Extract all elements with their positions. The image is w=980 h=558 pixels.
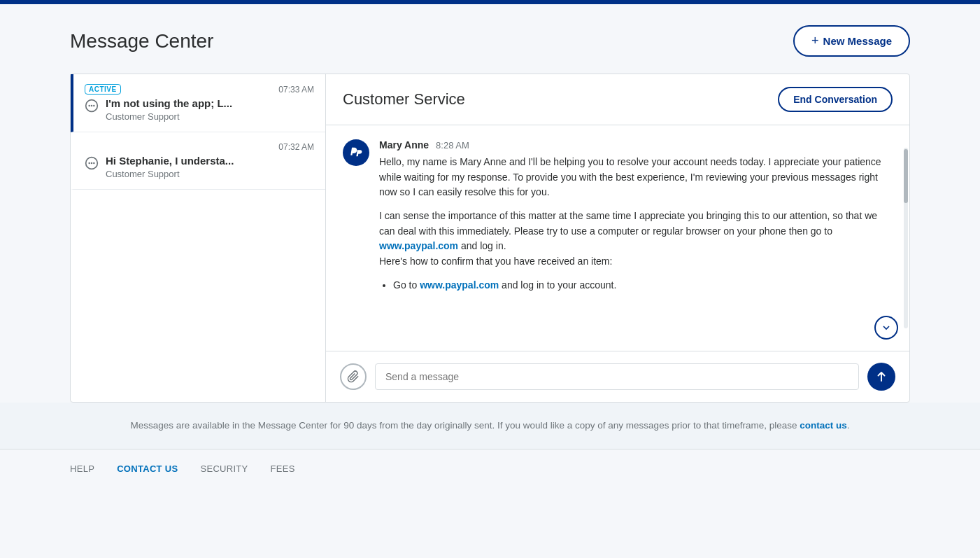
- conv1-body: I'm not using the app; L... Customer Sup…: [85, 97, 314, 122]
- info-text-after: .: [847, 420, 850, 431]
- message-paragraph-1: Hello, my name is Mary Anne and I'll be …: [379, 155, 893, 200]
- paypal-link-2[interactable]: www.paypal.com: [420, 279, 499, 291]
- conv1-subtitle: Customer Support: [106, 111, 314, 122]
- conv1-header: ACTIVE 07:33 AM: [85, 84, 314, 95]
- conv2-subtitle: Customer Support: [106, 169, 314, 179]
- main-content: ACTIVE 07:33 AM I'm not using the app; L…: [70, 74, 910, 403]
- chat-panel: Customer Service End Conversation Mary A…: [326, 74, 909, 402]
- new-message-button[interactable]: + New Message: [793, 25, 910, 57]
- page-header: Message Center + New Message: [70, 25, 910, 57]
- new-message-label: New Message: [823, 35, 892, 47]
- conv2-header: 07:32 AM: [85, 142, 314, 152]
- scrollbar-track: [904, 148, 908, 328]
- sender-name: Mary Anne: [379, 139, 429, 151]
- conv2-details: Hi Stephanie, I understa... Customer Sup…: [106, 155, 314, 179]
- conv2-body: Hi Stephanie, I understa... Customer Sup…: [85, 155, 314, 179]
- footer-nav: HELP CONTACT US SECURITY FEES: [0, 449, 980, 488]
- message-paragraph-2: I can sense the importance of this matte…: [379, 209, 893, 270]
- contact-us-link[interactable]: contact us: [800, 420, 847, 431]
- info-banner: Messages are available in the Message Ce…: [0, 403, 980, 449]
- message-time: 8:28 AM: [436, 140, 469, 151]
- end-conversation-button[interactable]: End Conversation: [778, 87, 893, 112]
- avatar: [343, 139, 369, 166]
- active-badge: ACTIVE: [85, 84, 121, 95]
- message-meta: Mary Anne 8:28 AM: [379, 139, 893, 151]
- conv1-details: I'm not using the app; L... Customer Sup…: [106, 97, 314, 122]
- message-text: Hello, my name is Mary Anne and I'll be …: [379, 155, 893, 293]
- message-icon-2: [85, 156, 99, 170]
- chat-title: Customer Service: [343, 90, 465, 109]
- conv2-time: 07:32 AM: [278, 142, 314, 152]
- conv1-time: 07:33 AM: [278, 85, 314, 95]
- message-row: Mary Anne 8:28 AM Hello, my name is Mary…: [343, 139, 893, 296]
- conv1-title: I'm not using the app; L...: [106, 97, 314, 109]
- scroll-down-button[interactable]: [874, 316, 898, 340]
- conversations-panel: ACTIVE 07:33 AM I'm not using the app; L…: [71, 74, 326, 402]
- chat-messages: Mary Anne 8:28 AM Hello, my name is Mary…: [326, 125, 909, 351]
- footer-security[interactable]: SECURITY: [200, 463, 248, 474]
- footer-contact-us[interactable]: CONTACT US: [117, 463, 178, 474]
- attach-button[interactable]: [340, 363, 367, 390]
- conv2-title: Hi Stephanie, I understa...: [106, 155, 314, 167]
- plus-icon: +: [811, 34, 819, 48]
- message-icon-1: [85, 99, 99, 113]
- info-text-before: Messages are available in the Message Ce…: [130, 420, 800, 431]
- message-list: Go to www.paypal.com and log in to your …: [393, 278, 893, 293]
- list-item-1: Go to www.paypal.com and log in to your …: [393, 278, 893, 293]
- conversation-item-1[interactable]: ACTIVE 07:33 AM I'm not using the app; L…: [71, 74, 325, 132]
- chat-input-area: [326, 351, 909, 402]
- footer-help[interactable]: HELP: [70, 463, 94, 474]
- chat-header: Customer Service End Conversation: [326, 74, 909, 125]
- conversation-item-2[interactable]: 07:32 AM Hi Stephanie, I understa... Cus…: [71, 132, 325, 190]
- scrollbar-thumb: [904, 149, 908, 203]
- footer-fees[interactable]: FEES: [271, 463, 295, 474]
- page-title: Message Center: [70, 30, 213, 53]
- message-content: Mary Anne 8:28 AM Hello, my name is Mary…: [379, 139, 893, 296]
- message-input[interactable]: [375, 363, 859, 390]
- paypal-link-1[interactable]: www.paypal.com: [379, 240, 458, 251]
- send-button[interactable]: [867, 363, 895, 391]
